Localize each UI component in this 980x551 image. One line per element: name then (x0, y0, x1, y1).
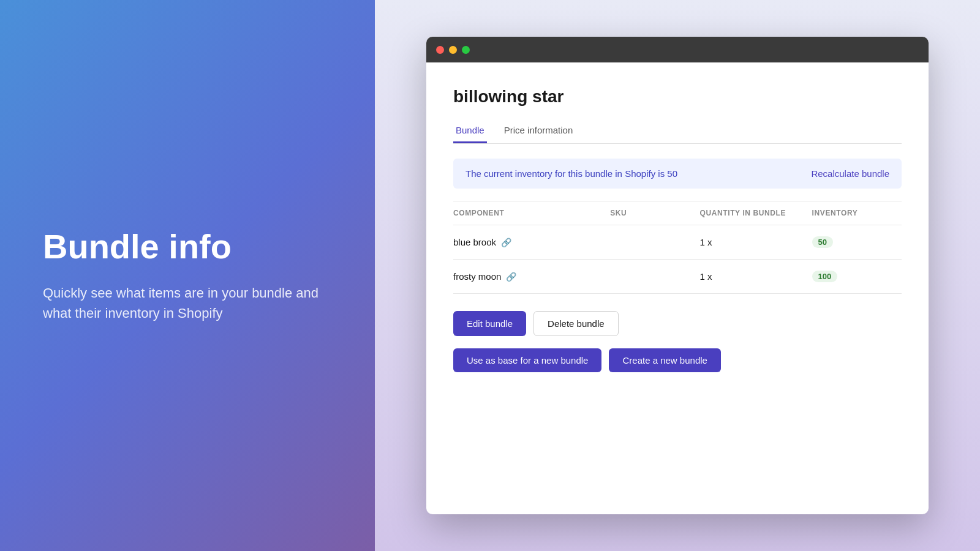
browser-content: billowing star Bundle Price information … (426, 62, 929, 514)
col-header-quantity: QUANTITY IN BUNDLE (700, 201, 812, 225)
inventory-cell-1: 50 (812, 225, 902, 260)
right-panel: billowing star Bundle Price information … (375, 0, 980, 551)
component-name-2: frosty moon (453, 271, 501, 282)
component-cell-1: blue brook 🔗 (453, 237, 610, 247)
use-as-base-button[interactable]: Use as base for a new bundle (453, 348, 601, 372)
recalculate-button[interactable]: Recalculate bundle (811, 168, 889, 179)
link-icon-1[interactable]: 🔗 (501, 238, 511, 247)
sku-cell-2 (610, 260, 699, 294)
left-panel: Bundle info Quickly see what items are i… (0, 0, 375, 551)
inventory-info-text: The current inventory for this bundle in… (466, 168, 677, 179)
bundle-table: COMPONENT SKU QUANTITY IN BUNDLE INVENTO… (453, 201, 902, 294)
action-row-1: Edit bundle Delete bundle (453, 311, 902, 336)
tab-price-information[interactable]: Price information (502, 119, 576, 143)
action-row-2: Use as base for a new bundle Create a ne… (453, 348, 902, 372)
table-row: frosty moon 🔗 1 x 100 (453, 260, 902, 294)
inventory-badge-2: 100 (812, 271, 838, 282)
delete-bundle-button[interactable]: Delete bundle (533, 311, 619, 336)
tab-bar: Bundle Price information (453, 119, 902, 144)
edit-bundle-button[interactable]: Edit bundle (453, 311, 526, 336)
col-header-sku: SKU (610, 201, 699, 225)
table-row: blue brook 🔗 1 x 50 (453, 225, 902, 260)
link-icon-2[interactable]: 🔗 (506, 272, 516, 282)
sku-cell-1 (610, 225, 699, 260)
info-banner: The current inventory for this bundle in… (453, 159, 902, 189)
col-header-inventory: INVENTORY (812, 201, 902, 225)
inventory-badge-1: 50 (812, 236, 833, 248)
quantity-cell-2: 1 x (700, 260, 812, 294)
col-header-component: COMPONENT (453, 201, 610, 225)
quantity-cell-1: 1 x (700, 225, 812, 260)
bundle-title: billowing star (453, 87, 902, 107)
hero-title: Bundle info (43, 228, 332, 266)
tab-bundle[interactable]: Bundle (453, 119, 487, 143)
browser-titlebar (426, 37, 929, 62)
maximize-icon[interactable] (462, 46, 470, 54)
browser-window: billowing star Bundle Price information … (426, 37, 929, 514)
hero-subtitle: Quickly see what items are in your bundl… (43, 283, 332, 323)
minimize-icon[interactable] (449, 46, 457, 54)
inventory-cell-2: 100 (812, 260, 902, 294)
component-cell-2: frosty moon 🔗 (453, 271, 610, 282)
close-icon[interactable] (436, 46, 444, 54)
create-new-bundle-button[interactable]: Create a new bundle (609, 348, 720, 372)
component-name-1: blue brook (453, 237, 496, 247)
